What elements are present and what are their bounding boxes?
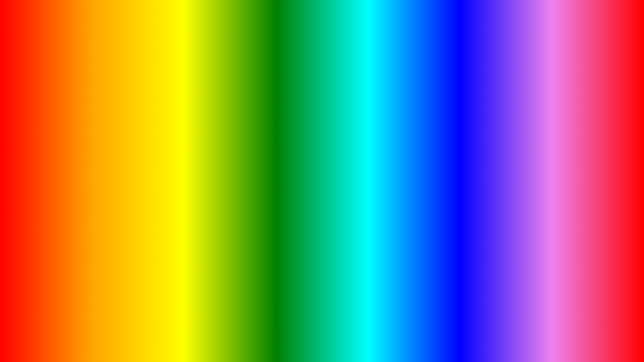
- hub-discord-button[interactable]: Discord SERVER: [201, 264, 352, 284]
- dev-label: Dev...: [98, 182, 112, 188]
- weapon-dropdown[interactable]: Select Weapon : Melee ▼: [143, 137, 365, 151]
- sidebar-item-stats[interactable]: 📊 Stats: [86, 215, 140, 227]
- bypass-tp-checkbox[interactable]: [358, 157, 365, 164]
- script-pastebin-text: SCRIPT PASTEBIN: [241, 326, 410, 346]
- fps-text: [FPS] : 7: [236, 125, 258, 131]
- main-icon: 🏠: [90, 194, 97, 200]
- character-area: [418, 90, 518, 292]
- bf-logo-skull: ☠: [590, 303, 608, 326]
- auto-farm-text: AUTO FARM: [10, 306, 234, 346]
- ping-text: [Ping] : 195.339 (43%CV): [143, 125, 206, 131]
- system-label: Syste...: [98, 206, 116, 212]
- bottom-left-text: AUTO FARM SCRIPT PASTEBIN: [10, 306, 410, 347]
- sidebar-item-system[interactable]: ⚙ Syste...: [86, 203, 140, 215]
- h-logo: H: [86, 126, 136, 176]
- awakening-race-checkbox[interactable]: [358, 170, 365, 177]
- hyper-new-button[interactable]: Hyper [ New ]: [302, 240, 352, 260]
- sidebar-item-main[interactable]: 🏠 Main: [86, 191, 140, 203]
- sidebar-item-dev[interactable]: ⚙ Dev...: [86, 179, 140, 191]
- hub-grid: Hirimi V1 Farm Chest Hirimi Hyper Hirimi…: [197, 214, 356, 264]
- bf-logo-text-line2: FRUITS: [586, 333, 612, 341]
- racev4-label: RaceV4: [100, 230, 119, 236]
- bypass-tp-label: | Bypass TP (Beta): [154, 157, 358, 164]
- farm-la-label: | Farm La...: [154, 183, 365, 190]
- datetime-text: 21/10/2023 - 10:49:35 AM [ ID ]: [288, 125, 365, 131]
- hirimi-hyper-button[interactable]: Hirimi Hyper: [302, 218, 352, 239]
- bypass-tp-row: H | Bypass TP (Beta): [139, 155, 369, 167]
- dev-icon: ⚙: [90, 182, 95, 188]
- main-title: BLOX FRUITS: [126, 8, 517, 71]
- h-badge-2: H: [143, 170, 151, 177]
- racev4-icon: 🏃: [90, 230, 97, 236]
- stats-icon: 📊: [90, 218, 97, 224]
- bf-logo-text-line1: BLOX: [589, 326, 609, 333]
- h-logo-letter: H: [101, 136, 120, 166]
- weapon-dropdown-label: Select Weapon : Melee: [149, 140, 217, 148]
- dropdown-arrow: ▼: [352, 140, 359, 148]
- sidebar-panel: ⚙ Dev... 🏠 Main ⚙ Syste... 📊 Stats 🏃 Rac…: [86, 178, 141, 240]
- h-badge-6: H: [143, 221, 151, 227]
- hub-popup: CHOOSE HUB - HIRIMI HUB Hirimi V1 Farm C…: [196, 194, 357, 289]
- h-badge-4: H: [143, 196, 151, 202]
- awakening-race-label: | Awakening Race (On When Enable Farm): [154, 170, 358, 177]
- h-badge-3: H: [143, 183, 151, 190]
- farm-la-row: H | Farm La...: [139, 180, 369, 193]
- sidebar-item-racev4[interactable]: 🏃 RaceV4: [86, 227, 140, 239]
- panel-header: [Ping] : 195.339 (43%CV) [FPS] : 7 21/10…: [139, 123, 369, 133]
- hirimi-v2-button[interactable]: Hirimi V2: [201, 240, 251, 260]
- system-icon: ⚙: [90, 206, 95, 212]
- stats-label: Stats: [100, 218, 112, 224]
- hirimi-v1-button[interactable]: Hirimi V1: [201, 218, 251, 239]
- h-badge: H: [143, 158, 151, 164]
- h-badge-5: H: [143, 208, 151, 215]
- awakening-race-row: H | Awakening Race (On When Enable Farm): [139, 167, 369, 180]
- main-label: Main: [100, 194, 112, 200]
- bf-logo: ☠ BLOX FRUITS: [564, 292, 634, 352]
- farm-chest-button[interactable]: Farm Chest: [252, 218, 302, 260]
- hub-title: CHOOSE HUB - HIRIMI HUB: [197, 195, 356, 214]
